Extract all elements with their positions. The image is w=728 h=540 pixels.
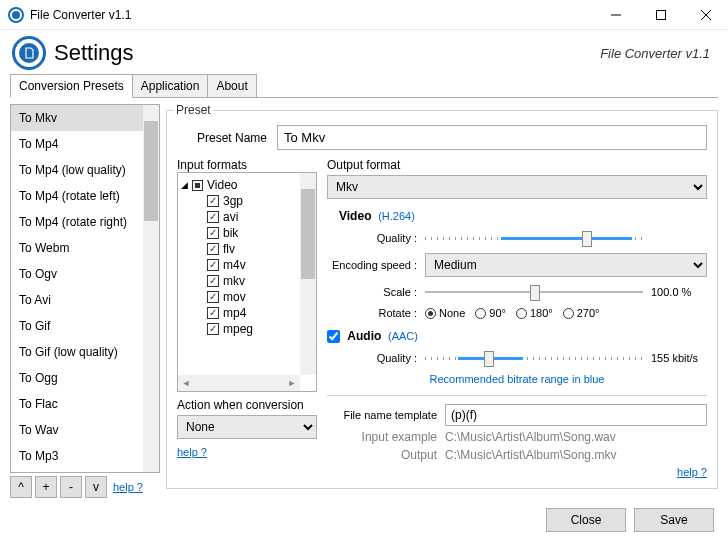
minimize-button[interactable] (593, 0, 638, 30)
preset-item[interactable]: To Mkv (11, 105, 159, 131)
encoding-speed-label: Encoding speed : (327, 259, 417, 271)
preset-item[interactable]: To Gif (low quality) (11, 339, 159, 365)
preset-item[interactable]: To Avi (11, 287, 159, 313)
rotate-option[interactable]: 180° (516, 307, 553, 319)
header: Settings File Converter v1.1 (0, 30, 728, 74)
format-item[interactable]: ✓mpeg (181, 321, 313, 337)
preset-list[interactable]: To MkvTo Mp4To Mp4 (low quality)To Mp4 (… (10, 104, 160, 473)
preset-name-label: Preset Name (197, 131, 267, 145)
tree-root-label: Video (207, 178, 237, 192)
scale-slider[interactable] (425, 283, 643, 301)
radio-icon[interactable] (475, 308, 486, 319)
radio-icon[interactable] (563, 308, 574, 319)
scale-value: 100.0 % (651, 286, 707, 298)
radio-icon[interactable] (516, 308, 527, 319)
preset-item[interactable]: To Gif (11, 313, 159, 339)
move-down-button[interactable]: v (85, 476, 107, 498)
checkbox-icon[interactable]: ✓ (207, 243, 219, 255)
preset-item[interactable]: To Flac (11, 391, 159, 417)
tabs: Conversion Presets Application About (0, 74, 728, 98)
format-item[interactable]: ✓flv (181, 241, 313, 257)
tab-about[interactable]: About (207, 74, 256, 98)
titlebar: File Converter v1.1 (0, 0, 728, 30)
rotate-label: Rotate : (327, 307, 417, 319)
rotate-option[interactable]: None (425, 307, 465, 319)
preset-item[interactable]: To Mp4 (rotate left) (11, 183, 159, 209)
filename-template-input[interactable] (445, 404, 707, 426)
close-button[interactable] (683, 0, 728, 30)
output-format-select[interactable]: Mkv (327, 175, 707, 199)
action-label: Action when conversion (177, 398, 317, 412)
format-item[interactable]: ✓mkv (181, 273, 313, 289)
filename-help-link[interactable]: help ? (677, 466, 707, 478)
checkbox-icon[interactable]: ✓ (207, 291, 219, 303)
format-item[interactable]: ✓bik (181, 225, 313, 241)
video-quality-label: Quality : (327, 232, 417, 244)
format-item[interactable]: ✓mov (181, 289, 313, 305)
rotate-option[interactable]: 270° (563, 307, 600, 319)
format-item[interactable]: ✓3gp (181, 193, 313, 209)
app-icon (8, 7, 24, 23)
checkbox-icon[interactable]: ✓ (207, 307, 219, 319)
checkbox-icon[interactable]: ✓ (207, 323, 219, 335)
video-codec: (H.264) (378, 210, 415, 222)
tab-application[interactable]: Application (132, 74, 209, 98)
format-item[interactable]: ✓mp4 (181, 305, 313, 321)
remove-button[interactable]: - (60, 476, 82, 498)
checkbox-icon[interactable]: ✓ (207, 211, 219, 223)
app-logo-icon (12, 36, 46, 70)
preset-item[interactable]: To Mp4 (rotate right) (11, 209, 159, 235)
audio-codec: (AAC) (388, 330, 418, 342)
checkbox-icon[interactable]: ✓ (207, 259, 219, 271)
preset-item[interactable]: To Ogv (11, 261, 159, 287)
preset-group-title: Preset (173, 103, 214, 117)
input-formats-label: Input formats (177, 158, 317, 172)
close-dialog-button[interactable]: Close (546, 508, 626, 532)
preset-name-input[interactable] (277, 125, 707, 150)
save-button[interactable]: Save (634, 508, 714, 532)
maximize-button[interactable] (638, 0, 683, 30)
output-example-path: C:\Music\Artist\Album\Song.mkv (445, 448, 616, 462)
action-select[interactable]: None (177, 415, 317, 439)
video-quality-slider[interactable] (425, 229, 643, 247)
radio-icon[interactable] (425, 308, 436, 319)
preset-item[interactable]: To Mp4 (low quality) (11, 157, 159, 183)
output-example-label: Output (327, 448, 437, 462)
bitrate-recommendation: Recommended bitrate range in blue (327, 373, 707, 385)
preset-help-link[interactable]: help ? (113, 481, 143, 493)
preset-item[interactable]: To Mp4 (11, 131, 159, 157)
preset-item[interactable]: To Ogg (11, 365, 159, 391)
tree-collapse-icon[interactable]: ◢ (181, 180, 188, 190)
checkbox-icon[interactable]: ✓ (207, 275, 219, 287)
input-example-label: Input example (327, 430, 437, 444)
scrollbar[interactable] (300, 173, 316, 375)
tab-conversion-presets[interactable]: Conversion Presets (10, 74, 133, 98)
audio-bitrate: 155 kbit/s (651, 352, 707, 364)
scrollbar[interactable] (143, 105, 159, 472)
svg-rect-1 (656, 10, 665, 19)
format-item[interactable]: ✓m4v (181, 257, 313, 273)
add-button[interactable]: + (35, 476, 57, 498)
rotate-option[interactable]: 90° (475, 307, 506, 319)
video-section-head: Video (H.264) (327, 209, 707, 223)
move-up-button[interactable]: ^ (10, 476, 32, 498)
preset-item[interactable]: To Wav (11, 417, 159, 443)
audio-enable-checkbox[interactable] (327, 330, 340, 343)
preset-item[interactable]: To Mp3 (11, 443, 159, 469)
tree-tristate-checkbox[interactable] (192, 180, 203, 191)
input-formats-tree[interactable]: ◢ Video ✓3gp✓avi✓bik✓flv✓m4v✓mkv✓mov✓mp4… (177, 172, 317, 392)
scrollbar-h[interactable]: ◄► (178, 375, 300, 391)
encoding-speed-select[interactable]: Medium (425, 253, 707, 277)
output-format-label: Output format (327, 158, 707, 172)
format-item[interactable]: ✓avi (181, 209, 313, 225)
audio-section-head: Audio (AAC) (327, 329, 707, 343)
audio-quality-slider[interactable] (425, 349, 643, 367)
audio-quality-label: Quality : (327, 352, 417, 364)
window-title: File Converter v1.1 (30, 8, 593, 22)
checkbox-icon[interactable]: ✓ (207, 195, 219, 207)
scale-label: Scale : (327, 286, 417, 298)
preset-item[interactable]: To Webm (11, 235, 159, 261)
action-help-link[interactable]: help ? (177, 446, 207, 458)
checkbox-icon[interactable]: ✓ (207, 227, 219, 239)
preset-group: Preset Preset Name Input formats ◢ Video (166, 110, 718, 489)
